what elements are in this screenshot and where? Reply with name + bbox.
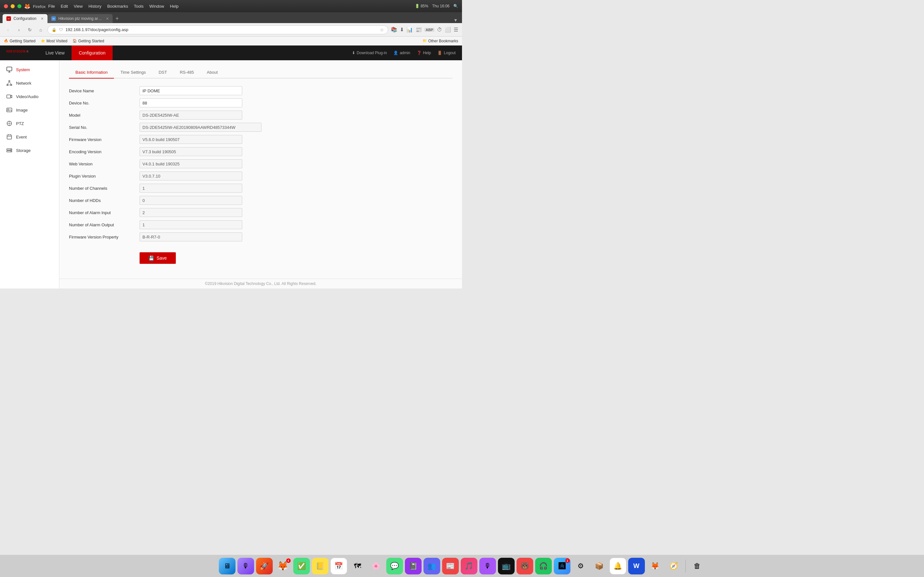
- admin-btn[interactable]: 👤 admin: [393, 51, 410, 55]
- content-tabs: Basic Information Time Settings DST RS-4…: [69, 67, 452, 79]
- tab-dst[interactable]: DST: [152, 67, 173, 79]
- label-fw-property: Firmware Version Property: [69, 235, 140, 239]
- minimize-button[interactable]: [11, 4, 15, 8]
- sidebar-item-ptz[interactable]: PTZ: [0, 117, 59, 130]
- input-firmware: [140, 135, 242, 144]
- hik-main: System Network: [0, 60, 462, 288]
- save-button[interactable]: 💾 Save: [140, 252, 176, 264]
- hik-content: Basic Information Time Settings DST RS-4…: [59, 60, 462, 279]
- input-device-no[interactable]: [140, 98, 242, 107]
- bookmark-getting-started-label: Getting Started: [10, 39, 36, 43]
- label-device-name: Device Name: [69, 89, 140, 93]
- input-model[interactable]: [140, 111, 242, 119]
- save-icon: 💾: [149, 255, 154, 261]
- tab-about[interactable]: About: [200, 67, 224, 79]
- screenshot-button[interactable]: ⬜: [445, 27, 451, 33]
- sidebar-item-system[interactable]: System: [0, 63, 59, 76]
- svg-marker-10: [11, 95, 12, 98]
- help-btn[interactable]: ❓ Help: [417, 51, 431, 55]
- sidebar-item-event[interactable]: Event: [0, 130, 59, 143]
- tab-time-settings[interactable]: Time Settings: [114, 67, 152, 79]
- input-serial[interactable]: [140, 123, 262, 132]
- sidebar-item-network[interactable]: Network: [0, 76, 59, 90]
- form-row-plugin: Plugin Version: [69, 171, 452, 181]
- svg-rect-11: [7, 108, 12, 112]
- download-plugin-label: Download Plug-in: [357, 51, 387, 55]
- menu-file[interactable]: File: [48, 4, 55, 9]
- hik-sidebar: System Network: [0, 60, 59, 288]
- tab-close-hik[interactable]: ✕: [106, 17, 109, 21]
- tab-hikvision[interactable]: H Hikvision ptz moving around ra... ✕: [47, 14, 113, 23]
- tab-close-config[interactable]: ✕: [41, 17, 44, 21]
- sidebar-video-label: Video/Audio: [16, 94, 39, 99]
- bookmark-getting-started-2[interactable]: 🏠 Getting Started: [73, 39, 104, 43]
- tab-configuration[interactable]: H Configuration ✕: [3, 14, 47, 23]
- form-row-channels: Number of Channels: [69, 184, 452, 193]
- menu-view[interactable]: View: [74, 4, 83, 9]
- timer-button[interactable]: ⏱: [437, 27, 442, 33]
- menu-button[interactable]: ☰: [454, 27, 458, 33]
- sidebar-item-video[interactable]: Video/Audio: [0, 90, 59, 103]
- pocket-button[interactable]: 📚: [391, 27, 397, 33]
- tab-rs485[interactable]: RS-485: [173, 67, 200, 79]
- svg-point-26: [11, 151, 11, 152]
- nav-live-view[interactable]: Live View: [39, 45, 72, 60]
- close-button[interactable]: [4, 4, 8, 8]
- menu-window[interactable]: Window: [150, 4, 164, 9]
- sidebar-ptz-label: PTZ: [16, 121, 24, 126]
- label-alarm-output: Number of Alarm Output: [69, 222, 140, 227]
- bookmark-folder-icon: 📁: [423, 39, 427, 43]
- navigation-bar: ‹ › ↻ ⌂ 🔒 🛡 192.168.1.97/doc/page/config…: [0, 23, 462, 37]
- logout-icon: 🚪: [437, 51, 442, 55]
- menu-history[interactable]: History: [89, 4, 102, 9]
- new-tab-button[interactable]: +: [113, 14, 121, 23]
- logout-label: Logout: [444, 51, 456, 55]
- download-button[interactable]: ⬇: [400, 27, 404, 33]
- input-encoding: [140, 147, 242, 156]
- bookmark-getting-started-2-label: Getting Started: [78, 39, 104, 43]
- nav-configuration[interactable]: Configuration: [71, 45, 112, 60]
- bookmark-most-visited[interactable]: ⭐ Most Visited: [41, 39, 67, 43]
- logout-btn[interactable]: 🚪 Logout: [437, 51, 456, 55]
- label-web: Web Version: [69, 161, 140, 166]
- menu-tools[interactable]: Tools: [134, 4, 144, 9]
- svg-rect-19: [7, 135, 11, 139]
- back-button[interactable]: ‹: [4, 26, 12, 34]
- reload-button[interactable]: ↻: [26, 26, 34, 34]
- sidebar-item-image[interactable]: Image: [0, 103, 59, 117]
- basic-info-form: Device Name Device No. Model: [69, 86, 452, 264]
- input-device-name[interactable]: [140, 86, 242, 95]
- download-plugin-btn[interactable]: ⬇ Download Plug-in: [352, 51, 387, 55]
- home-button[interactable]: ⌂: [37, 26, 45, 34]
- admin-icon: 👤: [393, 51, 398, 55]
- form-row-serial: Serial No.: [69, 123, 452, 132]
- abp-button[interactable]: ABP: [425, 28, 435, 32]
- sync-button[interactable]: 📊: [407, 27, 413, 33]
- address-bar[interactable]: 🔒 🛡 192.168.1.97/doc/page/config.asp ☆: [47, 25, 388, 34]
- save-button-label: Save: [157, 255, 167, 261]
- label-model: Model: [69, 113, 140, 118]
- bookmark-other[interactable]: 📁 Other Bookmarks: [423, 39, 458, 43]
- help-icon: ❓: [417, 51, 422, 55]
- svg-rect-9: [7, 95, 11, 98]
- fullscreen-button[interactable]: [17, 4, 21, 8]
- help-label: Help: [423, 51, 431, 55]
- sidebar-system-label: System: [16, 67, 30, 72]
- menu-help[interactable]: Help: [170, 4, 179, 9]
- svg-point-12: [8, 109, 9, 110]
- tab-list-button[interactable]: ▾: [454, 17, 459, 23]
- tab-label-config: Configuration: [13, 16, 36, 21]
- event-icon: [6, 134, 12, 140]
- bookmark-getting-started[interactable]: 🔥 Getting Started: [4, 39, 36, 43]
- label-encoding: Encoding Version: [69, 149, 140, 154]
- forward-button[interactable]: ›: [15, 26, 23, 34]
- form-row-device-name: Device Name: [69, 86, 452, 95]
- bookmark-star-icon: ⭐: [41, 39, 45, 43]
- reader-button[interactable]: 📰: [415, 27, 422, 33]
- tab-basic-info[interactable]: Basic Information: [69, 67, 114, 79]
- bookmark-star[interactable]: ☆: [380, 27, 384, 32]
- menu-bookmarks[interactable]: Bookmarks: [107, 4, 128, 9]
- label-device-no: Device No.: [69, 101, 140, 105]
- menu-edit[interactable]: Edit: [61, 4, 68, 9]
- sidebar-item-storage[interactable]: Storage: [0, 143, 59, 157]
